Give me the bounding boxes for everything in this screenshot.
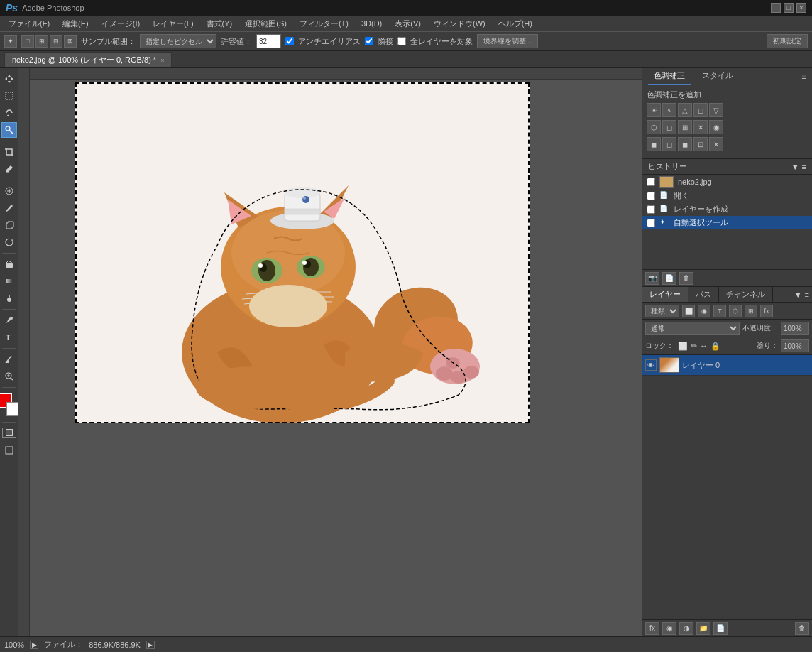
- add-selection-icon[interactable]: ⊞: [35, 35, 48, 48]
- history-snapshot-checkbox[interactable]: [647, 192, 655, 200]
- layers-expand-icon[interactable]: ▼: [794, 290, 802, 299]
- history-item[interactable]: 📄 レイヤーを作成: [642, 202, 812, 216]
- history-snapshot-checkbox[interactable]: [647, 205, 655, 214]
- eraser-tool[interactable]: [1, 256, 17, 272]
- menu-file[interactable]: ファイル(F): [3, 17, 55, 31]
- crop-tool[interactable]: [1, 144, 17, 160]
- layer-row[interactable]: 👁 レイヤー 0: [642, 355, 812, 376]
- tab-paths[interactable]: パス: [688, 287, 719, 302]
- new-adjustment-button[interactable]: ◑: [679, 622, 693, 635]
- history-item[interactable]: neko2.jpg: [642, 175, 812, 189]
- layer-shape-icon[interactable]: ⬡: [729, 305, 742, 317]
- edge-button[interactable]: 境界線を調整...: [477, 34, 538, 48]
- layer-kind-filter[interactable]: 種類: [645, 305, 679, 317]
- canvas-image[interactable]: [75, 82, 530, 423]
- lock-transparent-icon[interactable]: ⬜: [678, 342, 688, 351]
- menu-help[interactable]: ヘルプ(H): [493, 17, 538, 31]
- history-item[interactable]: 📄 開く: [642, 189, 812, 202]
- layer-smart-icon[interactable]: ⊞: [745, 305, 757, 317]
- new-selection-icon[interactable]: □: [21, 35, 34, 48]
- antialias-checkbox[interactable]: [285, 37, 294, 45]
- sample-select[interactable]: 指定したピクセル: [140, 34, 216, 48]
- brightness-icon[interactable]: ☀: [647, 103, 661, 117]
- history-snapshot-checkbox[interactable]: [647, 219, 655, 227]
- posterize-icon[interactable]: ◻: [662, 137, 676, 151]
- healing-tool[interactable]: [1, 183, 17, 199]
- delete-history-button[interactable]: 🗑: [679, 272, 693, 285]
- dodge-tool[interactable]: [1, 290, 17, 306]
- photo-filter-icon[interactable]: ⊞: [678, 120, 692, 134]
- document-tab[interactable]: neko2.jpg @ 100% (レイヤー 0, RGB/8) * ×: [4, 52, 172, 67]
- gradient-tool[interactable]: [1, 273, 17, 289]
- reset-button[interactable]: 初期設定: [767, 34, 808, 48]
- layer-visibility-icon[interactable]: 👁: [645, 359, 657, 371]
- title-bar-right[interactable]: _ □ ×: [771, 3, 806, 13]
- lock-pixels-icon[interactable]: ✏: [691, 342, 697, 351]
- text-tool[interactable]: T: [1, 330, 17, 345]
- opacity-input[interactable]: [781, 322, 809, 335]
- lock-position-icon[interactable]: ↔: [700, 342, 708, 351]
- panel-options-icon[interactable]: ≡: [801, 72, 806, 82]
- pen-tool[interactable]: [1, 313, 17, 328]
- color-balance-icon[interactable]: ⬡: [647, 120, 661, 134]
- selective-color-icon[interactable]: ✕: [709, 137, 723, 151]
- close-button[interactable]: ×: [796, 3, 806, 13]
- menu-image[interactable]: イメージ(I): [96, 17, 146, 31]
- tab-styles[interactable]: スタイル: [696, 67, 739, 85]
- menu-type[interactable]: 書式(Y): [201, 17, 238, 31]
- fill-input[interactable]: [781, 339, 809, 352]
- menu-window[interactable]: ウィンドウ(W): [428, 17, 491, 31]
- tab-layers[interactable]: レイヤー: [642, 287, 688, 302]
- tab-adjustments[interactable]: 色調補正: [648, 67, 691, 85]
- gradient-map-icon[interactable]: ⊡: [693, 137, 708, 151]
- tab-close-button[interactable]: ×: [160, 57, 164, 64]
- add-mask-button[interactable]: ◉: [662, 622, 676, 635]
- quick-mask-btn[interactable]: [1, 427, 17, 438]
- history-item[interactable]: ✦ 自動選択ツール: [642, 216, 812, 229]
- menu-filter[interactable]: フィルター(T): [294, 17, 354, 31]
- history-expand-icon[interactable]: ▼: [791, 163, 799, 171]
- path-select-tool[interactable]: [1, 352, 17, 367]
- clone-tool[interactable]: [1, 217, 17, 233]
- new-layer-button[interactable]: 📄: [713, 622, 728, 635]
- layer-effect-icon[interactable]: fx: [760, 305, 773, 317]
- menu-view[interactable]: 表示(V): [389, 17, 427, 31]
- delete-layer-button[interactable]: 🗑: [795, 622, 809, 635]
- marquee-tool[interactable]: [1, 88, 17, 104]
- screen-mode-btn[interactable]: [1, 442, 17, 458]
- new-snapshot-button[interactable]: 📷: [645, 272, 659, 285]
- lasso-tool[interactable]: [1, 105, 17, 121]
- zoom-tool[interactable]: [1, 369, 17, 384]
- history-snapshot-checkbox[interactable]: [647, 178, 655, 186]
- subtract-selection-icon[interactable]: ⊟: [50, 35, 62, 48]
- vibrance-icon[interactable]: ◻: [693, 103, 708, 117]
- magic-wand-tool[interactable]: [1, 122, 17, 138]
- canvas-area[interactable]: [18, 68, 642, 636]
- threshold-icon[interactable]: ◼: [678, 137, 692, 151]
- color-lookup-icon[interactable]: ◉: [709, 120, 723, 134]
- maximize-button[interactable]: □: [784, 3, 794, 13]
- blend-mode-select[interactable]: 通常: [645, 322, 740, 335]
- eyedropper-tool[interactable]: [1, 161, 17, 177]
- hsl-icon[interactable]: ▽: [709, 103, 723, 117]
- info-arrow[interactable]: ▶: [146, 641, 155, 649]
- intersect-selection-icon[interactable]: ⊠: [64, 35, 77, 48]
- history-brush-tool[interactable]: [1, 234, 17, 250]
- zoom-arrow[interactable]: ▶: [30, 641, 38, 649]
- minimize-button[interactable]: _: [771, 3, 781, 13]
- all-layers-checkbox[interactable]: [397, 37, 406, 45]
- bw-icon[interactable]: ◻: [662, 120, 676, 134]
- layer-type-icon[interactable]: T: [713, 305, 726, 317]
- menu-3d[interactable]: 3D(D): [356, 18, 388, 29]
- channel-mixer-icon[interactable]: ✕: [693, 120, 708, 134]
- history-options-icon[interactable]: ≡: [802, 163, 806, 171]
- menu-select[interactable]: 選択範囲(S): [239, 17, 292, 31]
- curves-icon[interactable]: ∿: [662, 103, 676, 117]
- menu-edit[interactable]: 編集(E): [57, 17, 94, 31]
- exposure-icon[interactable]: △: [678, 103, 692, 117]
- menu-layer[interactable]: レイヤー(L): [147, 17, 199, 31]
- lock-all-icon[interactable]: 🔒: [710, 342, 720, 351]
- new-group-button[interactable]: 📁: [696, 622, 710, 635]
- layer-adjust-icon[interactable]: ◉: [698, 305, 710, 317]
- tab-channels[interactable]: チャンネル: [719, 287, 773, 302]
